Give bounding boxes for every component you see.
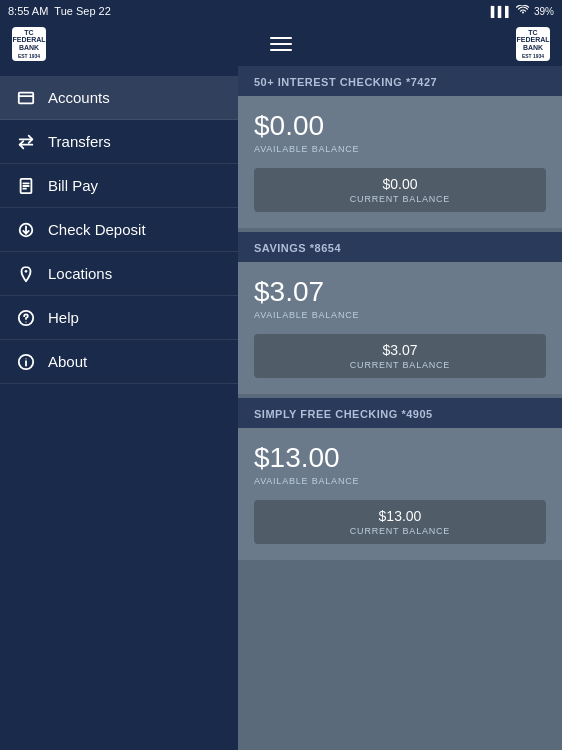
available-amount-savings8654: $3.07 bbox=[254, 276, 546, 308]
about-icon bbox=[16, 352, 36, 372]
account-title-savings8654: SAVINGS *8654 bbox=[254, 242, 341, 254]
sidebar-accounts-label: Accounts bbox=[48, 89, 110, 106]
account-body-checking4905: $13.00 AVAILABLE BALANCE $13.00 CURRENT … bbox=[238, 428, 562, 560]
checkdeposit-icon bbox=[16, 220, 36, 240]
current-label-savings8654: CURRENT BALANCE bbox=[266, 360, 534, 370]
account-header-savings8654: SAVINGS *8654 bbox=[238, 232, 562, 262]
sidebar-item-checkdeposit[interactable]: Check Deposit bbox=[0, 208, 238, 252]
sidebar-about-label: About bbox=[48, 353, 87, 370]
account-header-checking4905: SIMPLY FREE CHECKING *4905 bbox=[238, 398, 562, 428]
billpay-icon bbox=[16, 176, 36, 196]
main-layout: Accounts Transfers bbox=[0, 66, 562, 750]
account-card-checking7427[interactable]: 50+ INTEREST CHECKING *7427 $0.00 AVAILA… bbox=[238, 66, 562, 228]
hamburger-menu-button[interactable] bbox=[270, 37, 292, 51]
accounts-content[interactable]: 50+ INTEREST CHECKING *7427 $0.00 AVAILA… bbox=[238, 66, 562, 750]
logo-box-left: TCFEDERALBANKEST 1934 bbox=[12, 27, 46, 61]
account-card-savings8654[interactable]: SAVINGS *8654 $3.07 AVAILABLE BALANCE $3… bbox=[238, 232, 562, 394]
sidebar-help-label: Help bbox=[48, 309, 79, 326]
sidebar-billpay-label: Bill Pay bbox=[48, 177, 98, 194]
available-amount-checking4905: $13.00 bbox=[254, 442, 546, 474]
sidebar-transfers-label: Transfers bbox=[48, 133, 111, 150]
nav-logo-right: TCFEDERALBANKEST 1934 bbox=[516, 27, 550, 61]
nav-bar: TCFEDERALBANKEST 1934 TCFEDERALBANKEST 1… bbox=[0, 22, 562, 66]
account-header-checking7427: 50+ INTEREST CHECKING *7427 bbox=[238, 66, 562, 96]
sidebar: Accounts Transfers bbox=[0, 66, 238, 750]
available-label-checking7427: AVAILABLE BALANCE bbox=[254, 144, 546, 154]
logo-text-right: TCFEDERALBANKEST 1934 bbox=[516, 29, 549, 60]
logo-text-left: TCFEDERALBANKEST 1934 bbox=[12, 29, 45, 60]
current-label-checking7427: CURRENT BALANCE bbox=[266, 194, 534, 204]
sidebar-item-help[interactable]: Help bbox=[0, 296, 238, 340]
sidebar-checkdeposit-label: Check Deposit bbox=[48, 221, 146, 238]
available-label-checking4905: AVAILABLE BALANCE bbox=[254, 476, 546, 486]
available-amount-checking7427: $0.00 bbox=[254, 110, 546, 142]
current-balance-box-checking7427[interactable]: $0.00 CURRENT BALANCE bbox=[254, 168, 546, 212]
sidebar-item-billpay[interactable]: Bill Pay bbox=[0, 164, 238, 208]
svg-rect-0 bbox=[19, 92, 33, 103]
nav-logo-left: TCFEDERALBANKEST 1934 bbox=[12, 27, 46, 61]
svg-point-12 bbox=[25, 321, 26, 322]
status-bar: 8:55 AM Tue Sep 22 ▌▌▌ 39% bbox=[0, 0, 562, 22]
status-battery: 39% bbox=[534, 6, 554, 17]
current-amount-checking7427: $0.00 bbox=[266, 176, 534, 192]
help-icon bbox=[16, 308, 36, 328]
status-signal: ▌▌▌ bbox=[491, 6, 512, 17]
sidebar-item-about[interactable]: About bbox=[0, 340, 238, 384]
status-day: Tue Sep 22 bbox=[54, 5, 110, 17]
current-amount-savings8654: $3.07 bbox=[266, 342, 534, 358]
sidebar-item-accounts[interactable]: Accounts bbox=[0, 76, 238, 120]
transfers-icon bbox=[16, 132, 36, 152]
sidebar-item-transfers[interactable]: Transfers bbox=[0, 120, 238, 164]
status-wifi bbox=[516, 5, 530, 17]
logo-box-right: TCFEDERALBANKEST 1934 bbox=[516, 27, 550, 61]
sidebar-locations-label: Locations bbox=[48, 265, 112, 282]
account-card-checking4905[interactable]: SIMPLY FREE CHECKING *4905 $13.00 AVAILA… bbox=[238, 398, 562, 560]
accounts-icon bbox=[16, 88, 36, 108]
account-body-checking7427: $0.00 AVAILABLE BALANCE $0.00 CURRENT BA… bbox=[238, 96, 562, 228]
current-label-checking4905: CURRENT BALANCE bbox=[266, 526, 534, 536]
current-balance-box-checking4905[interactable]: $13.00 CURRENT BALANCE bbox=[254, 500, 546, 544]
sidebar-item-locations[interactable]: Locations bbox=[0, 252, 238, 296]
svg-point-10 bbox=[25, 269, 28, 272]
locations-icon bbox=[16, 264, 36, 284]
account-title-checking7427: 50+ INTEREST CHECKING *7427 bbox=[254, 76, 437, 88]
account-body-savings8654: $3.07 AVAILABLE BALANCE $3.07 CURRENT BA… bbox=[238, 262, 562, 394]
account-title-checking4905: SIMPLY FREE CHECKING *4905 bbox=[254, 408, 433, 420]
current-balance-box-savings8654[interactable]: $3.07 CURRENT BALANCE bbox=[254, 334, 546, 378]
svg-point-15 bbox=[25, 358, 26, 359]
available-label-savings8654: AVAILABLE BALANCE bbox=[254, 310, 546, 320]
status-time: 8:55 AM bbox=[8, 5, 48, 17]
current-amount-checking4905: $13.00 bbox=[266, 508, 534, 524]
